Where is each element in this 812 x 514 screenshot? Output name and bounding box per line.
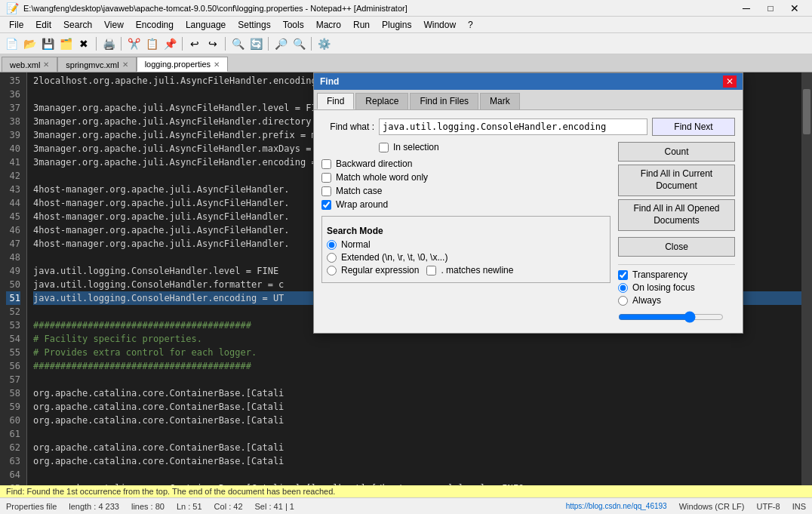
- dialog-title: Find: [320, 76, 723, 87]
- find-all-opened-btn[interactable]: Find All in All Opened Documents: [618, 199, 735, 231]
- save-btn[interactable]: 💾: [39, 35, 56, 52]
- transparency-row: Transparency: [618, 269, 735, 280]
- dialog-tab-mark[interactable]: Mark: [480, 93, 520, 109]
- zoom-in-btn[interactable]: 🔎: [272, 35, 289, 52]
- status-ln: Ln : 51: [177, 502, 202, 511]
- maximize-btn[interactable]: □: [759, 2, 782, 15]
- menu-settings[interactable]: Settings: [232, 18, 276, 32]
- tab-webxml[interactable]: web.xml ✕: [2, 57, 57, 72]
- status-utf: UTF-8: [756, 502, 780, 511]
- copy-btn[interactable]: 📋: [143, 35, 160, 52]
- zoom-out-btn[interactable]: 🔍: [291, 35, 307, 52]
- paste-btn[interactable]: 📌: [161, 35, 178, 52]
- dialog-close-btn2[interactable]: Close: [618, 237, 735, 257]
- tab-logging-label: logging.properties: [145, 60, 211, 69]
- tab-springmvc-label: springmvc.xml: [66, 60, 118, 69]
- close-btn2[interactable]: ✖: [75, 35, 92, 52]
- menu-tools[interactable]: Tools: [277, 18, 310, 32]
- close-btn[interactable]: ✕: [783, 2, 806, 15]
- transparency-section: Transparency On losing focus Always: [618, 264, 735, 325]
- matches-newline-checkbox[interactable]: [426, 266, 436, 275]
- tab-springmvc-close[interactable]: ✕: [122, 60, 128, 69]
- code-line-54: # Facility specific properties.: [33, 332, 806, 346]
- transparency-slider[interactable]: [618, 311, 724, 323]
- regex-mode-radio[interactable]: [327, 266, 337, 275]
- tab-springmvc[interactable]: springmvc.xml ✕: [57, 57, 136, 72]
- dialog-tab-find[interactable]: Find: [317, 93, 354, 109]
- in-selection-label: In selection: [393, 142, 439, 152]
- dialog-tab-findinfiles[interactable]: Find in Files: [410, 93, 478, 109]
- tab-webxml-close[interactable]: ✕: [43, 60, 49, 69]
- sep6: [311, 37, 312, 51]
- matches-newline-label: . matches newline: [441, 265, 513, 275]
- redo-btn[interactable]: ↪: [205, 35, 221, 52]
- find-dialog: Find ✕ Find Replace Find in Files Mark F…: [313, 72, 743, 334]
- normal-mode-row: Normal: [327, 239, 605, 250]
- count-btn[interactable]: Count: [618, 142, 735, 162]
- vertical-scrollbar[interactable]: [801, 72, 812, 497]
- menu-window[interactable]: Window: [417, 18, 462, 32]
- tab-logging-close[interactable]: ✕: [214, 60, 220, 69]
- scrollbar-thumb[interactable]: [803, 89, 810, 134]
- transparency-label: Transparency: [632, 269, 687, 280]
- normal-mode-radio[interactable]: [327, 240, 337, 250]
- find-btn[interactable]: 🔍: [229, 35, 246, 52]
- minimize-btn[interactable]: ─: [735, 2, 758, 15]
- find-next-btn[interactable]: Find Next: [652, 118, 735, 136]
- wraparound-row: Wrap around: [321, 199, 611, 210]
- menu-macro[interactable]: Macro: [310, 18, 347, 32]
- dialog-body: Find what : Find Next In selection: [314, 110, 743, 333]
- extended-mode-label: Extended (\n, \r, \t, \0, \x...): [341, 252, 448, 263]
- app-icon: 📝: [6, 2, 19, 14]
- extended-mode-radio[interactable]: [327, 253, 337, 263]
- menu-run[interactable]: Run: [347, 18, 376, 32]
- in-selection-checkbox[interactable]: [379, 143, 389, 152]
- find-what-input[interactable]: [379, 118, 647, 135]
- print-btn[interactable]: 🖨️: [100, 35, 117, 52]
- code-line-60: org.apache.catalina.core.ContainerBase.[…: [33, 414, 806, 427]
- on-losing-focus-row: On losing focus: [618, 282, 735, 293]
- status-url: https://blog.csdn.ne/qq_46193: [566, 502, 667, 510]
- code-line-64: [33, 468, 806, 482]
- code-line-62: org.apache.catalina.core.ContainerBase.[…: [33, 441, 806, 454]
- status-line-ending: Windows (CR LF): [679, 502, 745, 511]
- cut-btn[interactable]: ✂️: [125, 35, 142, 52]
- new-btn[interactable]: 📄: [3, 35, 20, 52]
- sep3: [182, 37, 183, 51]
- wholeword-checkbox[interactable]: [321, 173, 331, 183]
- tabbar: web.xml ✕ springmvc.xml ✕ logging.proper…: [0, 54, 812, 72]
- regex-mode-row: Regular expression . matches newline: [327, 265, 605, 275]
- menu-language[interactable]: Language: [180, 18, 232, 32]
- sep1: [96, 37, 97, 51]
- search-mode-section: Search Mode Normal Extended (\n, \r, \t,…: [321, 216, 611, 283]
- menu-file[interactable]: File: [3, 18, 29, 32]
- code-line-55: # Provides extra control for each logger…: [33, 346, 806, 359]
- tab-webxml-label: web.xml: [10, 60, 40, 69]
- wraparound-checkbox[interactable]: [321, 200, 331, 210]
- settings-btn[interactable]: ⚙️: [315, 35, 332, 52]
- tab-logging[interactable]: logging.properties ✕: [137, 57, 228, 72]
- transparency-checkbox[interactable]: [618, 270, 628, 280]
- on-losing-focus-radio[interactable]: [618, 283, 628, 293]
- open-btn[interactable]: 📂: [21, 35, 38, 52]
- menu-plugins[interactable]: Plugins: [376, 18, 417, 32]
- undo-btn[interactable]: ↩: [186, 35, 203, 52]
- find-all-current-btn[interactable]: Find All in Current Document: [618, 165, 735, 196]
- titlebar: 📝 E:\wangfeng\desktop\javaweb\apache-tom…: [0, 0, 812, 17]
- menu-edit[interactable]: Edit: [29, 18, 57, 32]
- code-line-58: org.apache.catalina.core.ContainerBase.[…: [33, 386, 806, 400]
- replace-btn[interactable]: 🔄: [248, 35, 264, 52]
- menu-encoding[interactable]: Encoding: [130, 18, 180, 32]
- matchcase-label: Match case: [336, 186, 382, 196]
- status-file-type: Properties file: [6, 502, 57, 511]
- matchcase-checkbox[interactable]: [321, 186, 331, 196]
- menu-help[interactable]: ?: [462, 18, 479, 32]
- always-row: Always: [618, 295, 735, 306]
- dialog-close-btn[interactable]: ✕: [723, 75, 737, 88]
- backward-checkbox[interactable]: [321, 159, 331, 169]
- dialog-tab-replace[interactable]: Replace: [355, 93, 408, 109]
- menu-search[interactable]: Search: [57, 18, 98, 32]
- save-all-btn[interactable]: 🗂️: [57, 35, 74, 52]
- always-radio[interactable]: [618, 296, 628, 306]
- menu-view[interactable]: View: [98, 18, 130, 32]
